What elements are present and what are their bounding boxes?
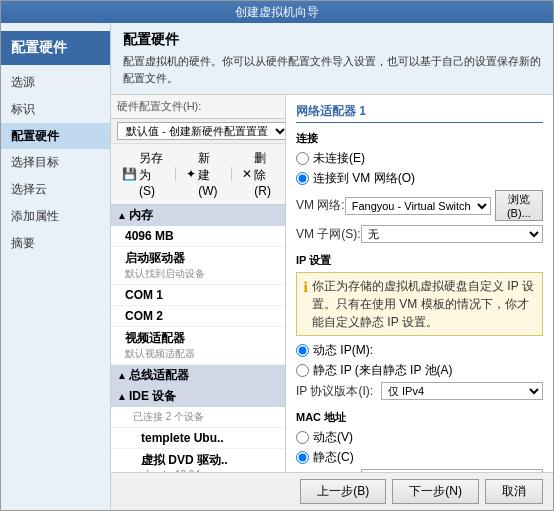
mac-static-row: 静态(C): [296, 449, 543, 466]
connection-group: 连接 未连接(E) 连接到 VM 网络(O) VM 网络: Fa: [296, 131, 543, 243]
back-button[interactable]: 上一步(B): [300, 479, 386, 504]
memory-arrow: ▲: [117, 210, 127, 221]
vm-network-row: VM 网络: Fangyou - Virtual Switch 浏览(B)...: [296, 190, 543, 221]
vm-subnet-row: VM 子网(S): 无: [296, 225, 543, 243]
com2-label: COM 2: [125, 309, 279, 323]
ip-title: IP 设置: [296, 253, 543, 268]
new-button[interactable]: ✦ 新建(W): [181, 148, 224, 200]
static-ip-row: 静态 IP (来自静态 IP 池(A): [296, 362, 543, 379]
boot-label: 启动驱动器: [125, 250, 279, 267]
video-item[interactable]: 视频适配器 默认视频适配器: [111, 327, 285, 365]
mac-dynamic-row: 动态(V): [296, 429, 543, 446]
nav-source[interactable]: 选源: [1, 69, 110, 96]
ip-group: IP 设置 ℹ 你正为存储的虚拟机虚拟硬盘自定义 IP 设置。只有在使用 VM …: [296, 253, 543, 400]
left-nav: 配置硬件 选源 标识 配置硬件 选择目标 选择云 添加属性 摘要: [1, 23, 111, 510]
com2-item[interactable]: COM 2: [111, 306, 285, 327]
mac-group: MAC 地址 动态(V) 静态(C): [296, 410, 543, 472]
save-icon: 💾: [122, 167, 137, 181]
left-header: 配置硬件: [1, 31, 110, 65]
ip-protocol-select[interactable]: 仅 IPv4: [381, 382, 543, 400]
mac-dynamic-radio[interactable]: [296, 431, 309, 444]
nic-title: 网络适配器 1: [296, 103, 543, 123]
nav-cloud[interactable]: 选择云: [1, 176, 110, 203]
com1-label: COM 1: [125, 288, 279, 302]
nav-add-attr[interactable]: 添加属性: [1, 203, 110, 230]
nav-summary[interactable]: 摘要: [1, 230, 110, 257]
ip-info-box: ℹ 你正为存储的虚拟机虚拟硬盘自定义 IP 设置。只有在使用 VM 模板的情况下…: [296, 272, 543, 336]
memory-label: 内存: [129, 207, 153, 224]
ide-arrow: ▲: [117, 391, 127, 402]
content-area: 配置硬件 选源 标识 配置硬件 选择目标 选择云 添加属性 摘要 配置硬件 配置…: [1, 23, 553, 510]
video-label: 视频适配器: [125, 330, 279, 347]
mac-static-radio[interactable]: [296, 451, 309, 464]
dynamic-ip-radio[interactable]: [296, 344, 309, 357]
config-panel: 网络适配器 1 连接 未连接(E) 连接到 VM 网络(O): [286, 95, 553, 472]
com1-item[interactable]: COM 1: [111, 285, 285, 306]
sep2: [231, 167, 232, 181]
new-icon: ✦: [186, 167, 196, 181]
connection-title: 连接: [296, 131, 543, 146]
main-panel: 配置硬件 配置虚拟机的硬件。你可以从硬件配置文件导入设置，也可以基于自己的设置保…: [111, 23, 553, 510]
memory-item[interactable]: 4096 MB: [111, 226, 285, 247]
main-body: 硬件配置文件(H): 默认值 - 创建新硬件配置置置 💾 另存为(S): [111, 95, 553, 472]
next-button[interactable]: 下一步(N): [392, 479, 479, 504]
hw-file-dropdown[interactable]: 默认值 - 创建新硬件配置置置: [117, 122, 286, 140]
not-connected-label: 未连接(E): [313, 150, 365, 167]
static-ip-radio[interactable]: [296, 364, 309, 377]
bus-section-header[interactable]: ▲ 总线适配器: [111, 365, 285, 386]
sep1: [175, 167, 176, 181]
mac-static-label: 静态(C): [313, 449, 354, 466]
nav-target[interactable]: 选择目标: [1, 149, 110, 176]
window-title: 创建虚拟机向导: [235, 4, 319, 21]
cancel-button[interactable]: 取消: [485, 479, 543, 504]
vm-subnet-label: VM 子网(S):: [296, 226, 361, 243]
ip-protocol-row: IP 协议版本(I): 仅 IPv4: [296, 382, 543, 400]
ide-connected[interactable]: 已连接 2 个设备: [111, 407, 285, 428]
memory-section-header[interactable]: ▲ 内存: [111, 205, 285, 226]
hw-panel: 硬件配置文件(H): 默认值 - 创建新硬件配置置置 💾 另存为(S): [111, 95, 286, 472]
not-connected-row: 未连接(E): [296, 150, 543, 167]
connect-vm-radio[interactable]: [296, 172, 309, 185]
vm-network-label: VM 网络:: [296, 197, 345, 214]
mac-title: MAC 地址: [296, 410, 543, 425]
main-header: 配置硬件 配置虚拟机的硬件。你可以从硬件配置文件导入设置，也可以基于自己的设置保…: [111, 23, 553, 95]
browse-button[interactable]: 浏览(B)...: [495, 190, 543, 221]
boot-item[interactable]: 启动驱动器 默认找到启动设备: [111, 247, 285, 285]
static-ip-label: 静态 IP (来自静态 IP 池(A): [313, 362, 453, 379]
file-label: 硬件配置文件(H):: [117, 99, 201, 114]
titlebar: 创建虚拟机向导: [1, 1, 553, 23]
ide-template-label: templete Ubu..: [141, 431, 279, 445]
memory-value: 4096 MB: [125, 229, 279, 243]
bus-arrow: ▲: [117, 370, 127, 381]
nav-hardware[interactable]: 配置硬件: [1, 123, 110, 150]
vm-subnet-select[interactable]: 无: [361, 225, 543, 243]
delete-button[interactable]: ✕ 删除(R): [237, 148, 279, 200]
ide-section-header[interactable]: ▲ IDE 设备: [111, 386, 285, 407]
ide-template[interactable]: templete Ubu..: [111, 428, 285, 449]
main-desc: 配置虚拟机的硬件。你可以从硬件配置文件导入设置，也可以基于自己的设置保存新的配置…: [123, 53, 541, 86]
delete-icon: ✕: [242, 167, 252, 181]
video-sub: 默认视频适配器: [125, 347, 279, 361]
ip-info-text: 你正为存储的虚拟机虚拟硬盘自定义 IP 设置。只有在使用 VM 模板的情况下，你…: [312, 277, 536, 331]
ip-protocol-label: IP 协议版本(I):: [296, 383, 381, 400]
footer: 上一步(B) 下一步(N) 取消: [111, 472, 553, 510]
ide-sub: 已连接 2 个设备: [133, 410, 279, 424]
dynamic-ip-row: 动态 IP(M):: [296, 342, 543, 359]
not-connected-radio[interactable]: [296, 152, 309, 165]
save-as-button[interactable]: 💾 另存为(S): [117, 148, 169, 200]
bus-label: 总线适配器: [129, 367, 189, 384]
connect-vm-row: 连接到 VM 网络(O): [296, 170, 543, 187]
dynamic-ip-label: 动态 IP(M):: [313, 342, 373, 359]
vm-network-select[interactable]: Fangyou - Virtual Switch: [345, 197, 491, 215]
ide-label: IDE 设备: [129, 388, 176, 405]
nav-tag[interactable]: 标识: [1, 96, 110, 123]
main-title: 配置硬件: [123, 31, 541, 49]
connect-vm-label: 连接到 VM 网络(O): [313, 170, 415, 187]
main-window: 创建虚拟机向导 配置硬件 选源 标识 配置硬件 选择目标 选择云 添加属性 摘要…: [0, 0, 554, 511]
info-icon: ℹ: [303, 277, 308, 331]
ide-dvd[interactable]: 虚拟 DVD 驱动.. ubuntu-12.04...: [111, 449, 285, 472]
hw-file-row: 默认值 - 创建新硬件配置置置: [111, 119, 285, 144]
hw-list: ▲ 内存 4096 MB 启动驱动器 默认找到启动设备: [111, 205, 285, 472]
hw-action-toolbar: 💾 另存为(S) ✦ 新建(W) ✕ 删除(R): [111, 144, 285, 205]
boot-sub: 默认找到启动设备: [125, 267, 279, 281]
